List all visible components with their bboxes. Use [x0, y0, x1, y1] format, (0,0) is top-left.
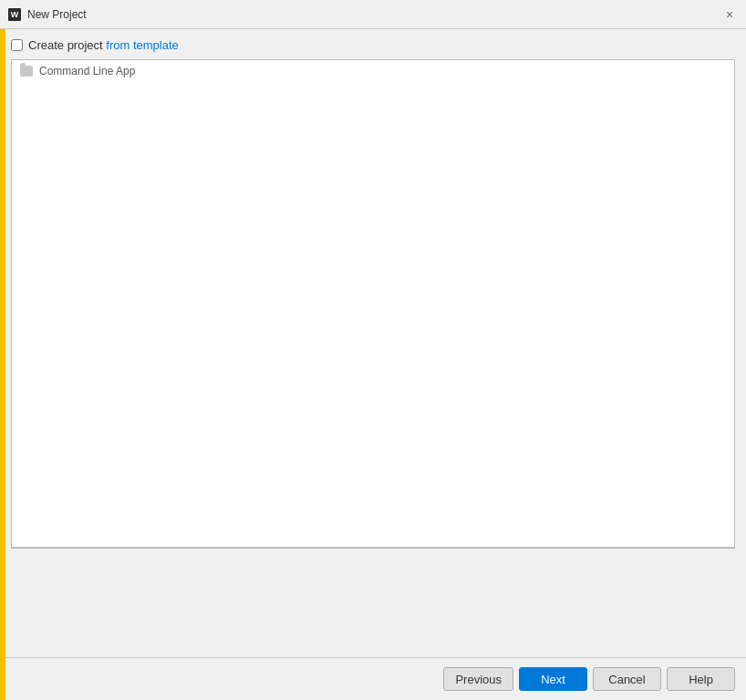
main-content: Create project from template Command Lin… [0, 29, 746, 657]
help-button[interactable]: Help [667, 667, 735, 691]
dialog-title: New Project [27, 8, 720, 21]
description-area [11, 548, 735, 648]
dialog-overlay: W New Project × Create project from temp… [0, 0, 746, 700]
template-item-label: Command Line App [39, 65, 135, 77]
dialog-icon: W [7, 7, 22, 22]
title-bar: W New Project × [0, 0, 746, 29]
next-button[interactable]: Next [519, 667, 587, 691]
create-from-template-label: Create project from template [28, 38, 179, 52]
list-item[interactable]: Command Line App [12, 60, 734, 82]
template-checkbox-row: Create project from template [11, 38, 735, 52]
previous-button[interactable]: Previous [443, 667, 513, 691]
new-project-dialog: W New Project × Create project from temp… [0, 0, 746, 700]
left-accent-bar [0, 29, 5, 700]
footer: Previous Next Cancel Help [0, 657, 746, 700]
folder-icon [19, 64, 34, 78]
create-from-template-checkbox[interactable] [11, 39, 23, 51]
w-icon: W [8, 8, 21, 21]
template-list[interactable]: Command Line App [11, 59, 735, 548]
cancel-button[interactable]: Cancel [593, 667, 661, 691]
close-button[interactable]: × [720, 5, 739, 24]
